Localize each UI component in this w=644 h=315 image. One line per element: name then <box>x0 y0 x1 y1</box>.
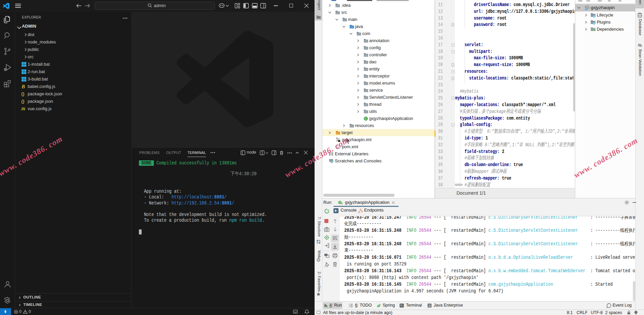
svg-text:m: m <box>585 7 588 10</box>
svg-text:C: C <box>365 117 367 120</box>
svg-text:J: J <box>429 304 431 308</box>
